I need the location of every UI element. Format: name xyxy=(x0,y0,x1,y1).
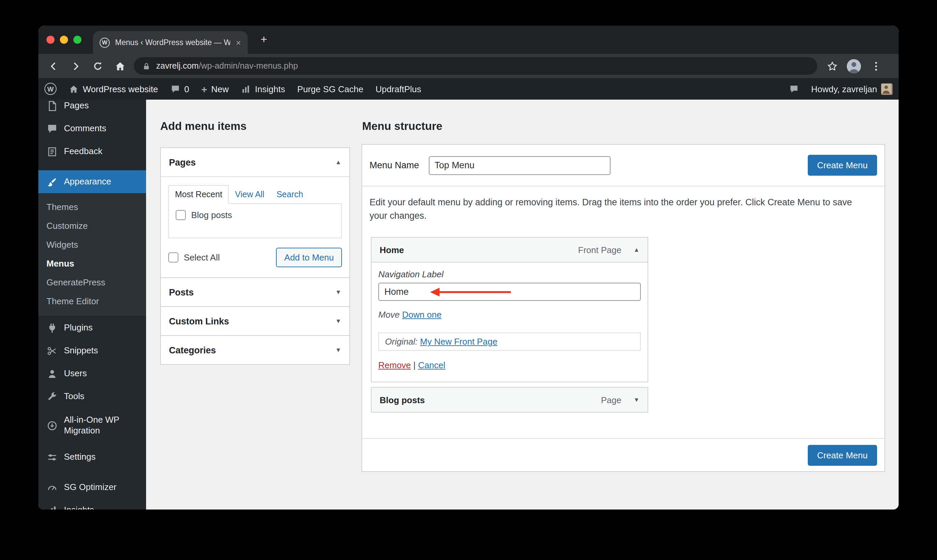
menu-item-home-handle[interactable]: Home Front Page ▲ xyxy=(371,237,648,263)
sidebar-item-sg-optimizer[interactable]: SG Optimizer xyxy=(38,476,146,499)
browser-menu-icon[interactable] xyxy=(868,58,884,74)
expand-caret-icon[interactable]: ▼ xyxy=(335,289,341,295)
url-text: zavrelj.com/wp-admin/nav-menus.php xyxy=(156,61,298,71)
tab-most-recent[interactable]: Most Recent xyxy=(168,185,229,204)
custom-links-postbox-header[interactable]: Custom Links ▼ xyxy=(161,307,349,335)
original-link-box: Original: My New Front Page xyxy=(378,332,641,351)
collapse-caret-icon[interactable]: ▲ xyxy=(634,246,640,253)
browser-profile-avatar[interactable] xyxy=(847,59,861,73)
collapse-caret-icon[interactable]: ▲ xyxy=(335,159,341,166)
expand-caret-icon[interactable]: ▼ xyxy=(335,318,341,325)
forward-icon[interactable] xyxy=(67,58,83,74)
sidebar-item-label: Insights xyxy=(64,505,135,509)
sidebar-item-insights[interactable]: Insights xyxy=(38,499,146,509)
wp-logo-menu[interactable]: W xyxy=(38,78,63,100)
sidebar-item-users[interactable]: Users xyxy=(38,362,146,385)
tab-search[interactable]: Search xyxy=(270,186,309,203)
add-menu-items-heading: Add menu items xyxy=(160,120,247,132)
pages-postbox-header[interactable]: Pages ▲ xyxy=(161,148,349,176)
sidebar-subitem-menus[interactable]: Menus xyxy=(38,254,146,273)
add-to-menu-button[interactable]: Add to Menu xyxy=(276,248,342,267)
select-all-checkbox[interactable] xyxy=(168,252,178,263)
minimize-window-button[interactable] xyxy=(60,36,68,44)
sidebar-subitem-widgets[interactable]: Widgets xyxy=(38,235,146,254)
insights-link[interactable]: Insights xyxy=(235,78,291,100)
address-bar[interactable]: zavrelj.com/wp-admin/nav-menus.php xyxy=(134,57,817,75)
move-row: Move Down one xyxy=(378,309,641,320)
menu-separator xyxy=(38,468,146,476)
zoom-window-button[interactable] xyxy=(73,36,82,44)
posts-postbox: Posts ▼ xyxy=(160,277,350,307)
sidebar-item-all-in-one-wp-migration[interactable]: All-in-One WP Migration xyxy=(38,408,146,443)
original-page-link[interactable]: My New Front Page xyxy=(420,337,497,347)
secure-padlock-icon[interactable] xyxy=(142,62,151,70)
appearance-submenu: Themes Customize Widgets Menus GenerateP… xyxy=(38,193,146,316)
back-icon[interactable] xyxy=(45,58,61,74)
blog-posts-checkbox[interactable] xyxy=(176,210,186,220)
new-content-link[interactable]: + New xyxy=(195,78,235,100)
sidebar-item-feedback[interactable]: Feedback xyxy=(38,140,146,163)
sidebar-subitem-generatepress[interactable]: GeneratePress xyxy=(38,273,146,292)
sidebar-subitem-theme-editor[interactable]: Theme Editor xyxy=(38,292,146,311)
actions-separator: | xyxy=(413,360,415,370)
window-controls xyxy=(46,36,82,44)
site-name-link[interactable]: WordPress website xyxy=(63,78,164,100)
close-window-button[interactable] xyxy=(46,36,54,44)
sidebar-subitem-themes[interactable]: Themes xyxy=(38,198,146,217)
reload-icon[interactable] xyxy=(89,58,106,74)
admin-menu: Pages Comments Feedback Appearance xyxy=(38,100,146,509)
original-label: Original: xyxy=(385,337,418,347)
comments-bubble-link[interactable]: 0 xyxy=(164,78,195,100)
sidebar-item-label: Users xyxy=(64,368,135,379)
sidebar-item-snippets[interactable]: Snippets xyxy=(38,339,146,362)
browser-window: W Menus ‹ WordPress website — W × + xyxy=(38,26,899,509)
updraftplus-link[interactable]: UpdraftPlus xyxy=(369,78,428,100)
menu-item-type: Page xyxy=(601,395,621,405)
create-menu-button-top[interactable]: Create Menu xyxy=(808,155,877,176)
menu-separator xyxy=(38,163,146,170)
comments-count: 0 xyxy=(185,84,189,94)
menu-item-actions: Remove | Cancel xyxy=(378,360,641,370)
sidebar-item-settings[interactable]: Settings xyxy=(38,446,146,468)
appearance-icon xyxy=(45,175,58,188)
browser-tab[interactable]: W Menus ‹ WordPress website — W × xyxy=(93,31,248,54)
create-menu-button-bottom[interactable]: Create Menu xyxy=(808,445,877,465)
home-icon[interactable] xyxy=(112,58,128,74)
tab-view-all[interactable]: View All xyxy=(229,186,270,203)
new-tab-button[interactable]: + xyxy=(260,33,267,46)
menu-name-label: Menu Name xyxy=(369,160,419,170)
move-down-one-link[interactable]: Down one xyxy=(402,309,442,320)
sidebar-item-label: All-in-One WP Migration xyxy=(64,415,135,436)
navigation-label-label: Navigation Label xyxy=(378,269,641,279)
admin-content: Add menu items Menu structure Pages ▲ Mo… xyxy=(146,100,899,509)
menu-item-blog-posts-handle[interactable]: Blog posts Page ▼ xyxy=(371,387,648,412)
remove-link[interactable]: Remove xyxy=(378,360,411,370)
custom-links-postbox: Custom Links ▼ xyxy=(160,306,350,336)
posts-postbox-header[interactable]: Posts ▼ xyxy=(161,278,349,306)
navigation-label-field xyxy=(378,283,641,301)
expand-caret-icon[interactable]: ▼ xyxy=(335,347,341,353)
bookmark-star-icon[interactable] xyxy=(824,58,840,74)
purge-sg-cache-link[interactable]: Purge SG Cache xyxy=(291,78,369,100)
url-domain: zavrelj.com xyxy=(156,61,198,71)
feedback-bubble-link[interactable] xyxy=(783,78,805,100)
insights-icon xyxy=(45,503,58,509)
tab-close-icon[interactable]: × xyxy=(236,38,241,47)
menu-item-title: Home xyxy=(380,245,578,255)
pages-checklist: Blog posts xyxy=(168,203,342,238)
cancel-link[interactable]: Cancel xyxy=(418,360,445,370)
categories-postbox-header[interactable]: Categories ▼ xyxy=(161,336,349,364)
expand-caret-icon[interactable]: ▼ xyxy=(634,397,640,403)
menu-item-type: Front Page xyxy=(578,245,622,255)
sidebar-item-appearance[interactable]: Appearance xyxy=(38,170,146,193)
sidebar-subitem-customize[interactable]: Customize xyxy=(38,217,146,235)
site-name-label: WordPress website xyxy=(83,84,158,94)
plus-icon: + xyxy=(201,84,207,94)
sidebar-item-tools[interactable]: Tools xyxy=(38,385,146,408)
sidebar-item-plugins[interactable]: Plugins xyxy=(38,316,146,339)
comment-bubble-icon xyxy=(789,84,799,94)
howdy-account-link[interactable]: Howdy, zavreljan xyxy=(805,78,899,100)
menu-name-input[interactable] xyxy=(428,156,610,175)
sidebar-item-pages[interactable]: Pages xyxy=(38,100,146,117)
sidebar-item-comments[interactable]: Comments xyxy=(38,117,146,140)
